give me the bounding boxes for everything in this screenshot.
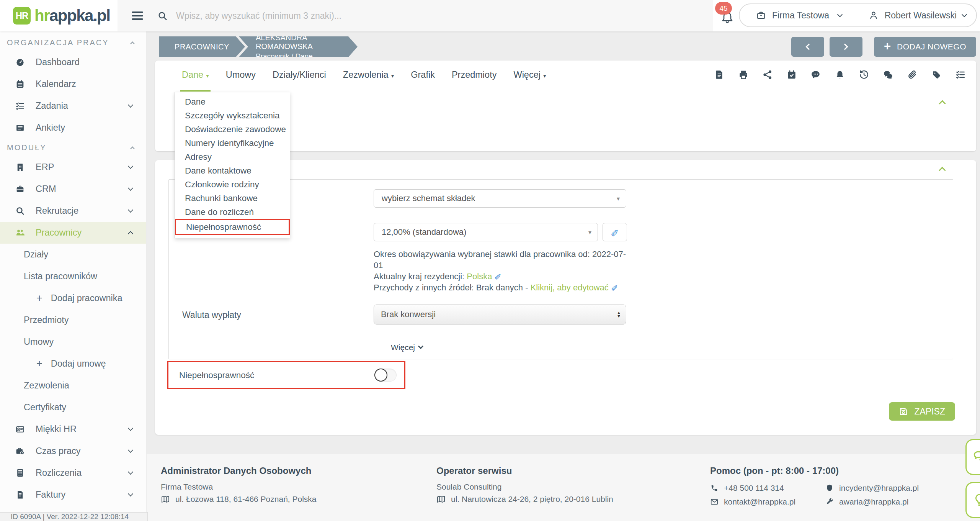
sidebar-item-faktury[interactable]: Faktury — [0, 484, 146, 506]
checklist-icon[interactable] — [956, 70, 965, 80]
company-switcher[interactable]: Firma Testowa — [740, 4, 852, 26]
tab-przedmioty[interactable]: Przedmioty — [452, 70, 497, 80]
users-icon — [15, 228, 25, 238]
sidebar-section-moduly[interactable]: MODUŁY — [0, 139, 146, 156]
sidebar-item-ankiety[interactable]: Ankiety — [0, 117, 146, 139]
breadcrumb: PRACOWNICY ALEKSANDRA ROMANOWSKA Pracown… — [159, 36, 976, 57]
sidebar-item-dzialy[interactable]: Działy — [0, 244, 146, 265]
schemat-skladek-select[interactable]: wybierz schemat składek▾ — [374, 189, 626, 208]
sidebar-item-rekrutacje[interactable]: Rekrutacje — [0, 200, 146, 222]
menu-item-dane[interactable]: Dane — [175, 95, 290, 109]
pencil-icon[interactable]: ✎ — [495, 271, 501, 282]
sidebar-item-dodaj-umowe[interactable]: +Dodaj umowę — [0, 353, 146, 375]
sidebar-item-crm[interactable]: CRM — [0, 178, 146, 200]
next-employee-button[interactable] — [830, 37, 862, 57]
print-icon[interactable] — [738, 70, 748, 80]
plus-icon: + — [36, 292, 42, 304]
attachment-icon[interactable] — [907, 70, 917, 80]
caret-down-icon: ▾ — [543, 72, 546, 79]
envelope-icon — [710, 498, 719, 506]
briefcase-icon — [15, 184, 25, 194]
calendar-check-icon[interactable] — [787, 70, 797, 80]
sidebar-item-dashboard[interactable]: Dashboard — [0, 51, 146, 73]
calendar-icon — [15, 79, 25, 89]
chevron-up-icon — [130, 41, 134, 46]
sidebar-item-czas-pracy[interactable]: Czas pracy — [0, 440, 146, 462]
tab-dane[interactable]: Dane▾ — [182, 70, 209, 80]
search-input[interactable] — [176, 11, 559, 21]
calculator-icon — [15, 468, 25, 478]
edit-stawka-button[interactable]: ✎ — [603, 223, 627, 241]
prev-employee-button[interactable] — [791, 37, 824, 57]
save-button[interactable]: ZAPISZ — [889, 402, 955, 421]
sidebar-section-organizacja-pracy[interactable]: ORGANIZACJA PRACY — [0, 34, 146, 51]
history-icon[interactable] — [859, 70, 869, 80]
wrench-icon — [825, 498, 834, 506]
footer-admin-column: Administrator Danych Osobowych Firma Tes… — [161, 465, 317, 504]
footer-help-column: Pomoc (pon - pt: 8:00 - 17:00) +48 500 1… — [710, 465, 919, 508]
chevron-right-icon — [841, 44, 848, 50]
menu-item-dane-do-rozliczen[interactable]: Dane do rozliczeń — [175, 205, 290, 219]
footer-email-incidents[interactable]: incydenty@hrappka.pl — [825, 482, 919, 494]
breadcrumb-pracownicy[interactable]: PRACOWNICY — [159, 36, 245, 57]
record-actions — [714, 70, 965, 80]
tab-dzialy-klienci[interactable]: Działy/Klienci — [273, 70, 326, 80]
footer-email-failure[interactable]: awaria@hrappka.pl — [825, 496, 919, 508]
sidebar-item-erp[interactable]: ERP — [0, 156, 146, 178]
tag-icon[interactable] — [931, 70, 941, 80]
sidebar-item-zezwolenia[interactable]: Zezwolenia — [0, 375, 146, 396]
invoice-icon — [15, 490, 25, 500]
kraj-value-link[interactable]: Polska — [467, 272, 492, 281]
help-tips-button[interactable] — [965, 482, 980, 518]
sidebar-item-umowy[interactable]: Umowy — [0, 331, 146, 353]
collapse-section-icon[interactable] — [939, 100, 946, 107]
sidebar-item-przedmioty[interactable]: Przedmioty — [0, 309, 146, 331]
chevron-down-icon — [128, 491, 133, 496]
sidebar-item-zadania[interactable]: Zadania — [0, 95, 146, 117]
footer-phone[interactable]: +48 500 114 314 — [710, 482, 795, 494]
footer-email-contact[interactable]: kontakt@hrappka.pl — [710, 496, 795, 508]
menu-item-numery-identyfikacyjne[interactable]: Numery identyfikacyjne — [175, 136, 290, 150]
bell-icon[interactable] — [835, 70, 845, 80]
chevron-up-icon — [130, 146, 134, 151]
breadcrumb-employee[interactable]: ALEKSANDRA ROMANOWSKA Pracownik / Dane — [239, 36, 358, 57]
menu-item-doswiadczenie-zawodowe[interactable]: Doświadczenie zawodowe — [175, 123, 290, 136]
tab-wiecej[interactable]: Więcej▾ — [513, 70, 546, 80]
collapse-section-icon[interactable] — [939, 167, 946, 174]
sidebar-item-miekki-hr[interactable]: Miękki HR — [0, 418, 146, 440]
app-logo[interactable]: HR hrappka.pl — [13, 0, 110, 31]
menu-item-adresy[interactable]: Adresy — [175, 150, 290, 164]
przychody-edit-link[interactable]: Kliknij, aby edytować — [531, 283, 609, 292]
menu-item-niepelnosprawnosc[interactable]: Niepełnosprawność — [175, 219, 290, 235]
sidebar-item-dodaj-pracownika[interactable]: +Dodaj pracownika — [0, 287, 146, 309]
sidebar-item-lista-pracownikow[interactable]: Lista pracowników — [0, 265, 146, 287]
sidebar-item-kalendarz[interactable]: Kalendarz — [0, 73, 146, 95]
tab-umowy[interactable]: Umowy — [226, 70, 256, 80]
sidebar-item-pracownicy[interactable]: Pracownicy — [0, 222, 146, 244]
add-new-button[interactable]: +DODAJ NOWEGO — [874, 37, 976, 57]
chat-widget-button[interactable] — [965, 439, 980, 475]
sidebar-item-certyfikaty[interactable]: Certyfikaty — [0, 396, 146, 418]
stawka-select[interactable]: 12,00% (standardowa)▾ — [374, 223, 598, 241]
share-icon[interactable] — [763, 70, 773, 80]
user-menu[interactable]: Robert Wasilewski — [852, 4, 976, 26]
chevron-up-icon — [128, 231, 133, 236]
pencil-icon[interactable]: ✎ — [611, 282, 618, 293]
notifications[interactable]: 45 — [718, 0, 741, 31]
waluta-wyplaty-select[interactable]: Brak konwersji ▲▼ — [374, 305, 626, 324]
menu-item-szczegoly-wyksztalcenia[interactable]: Szczegóły wykształcenia — [175, 109, 290, 123]
comments-icon[interactable] — [883, 70, 893, 80]
footer-operator-column: Operator serwisu Soulab Consulting ul. N… — [436, 465, 613, 504]
menu-item-dane-kontaktowe[interactable]: Dane kontaktowe — [175, 164, 290, 178]
niepelnosprawnosc-toggle[interactable] — [374, 369, 397, 382]
tab-zezwolenia[interactable]: Zezwolenia▾ — [343, 70, 394, 80]
tab-grafik[interactable]: Grafik — [411, 70, 435, 80]
sidebar-item-rozliczenia[interactable]: Rozliczenia — [0, 462, 146, 484]
version-info: ID 6090A | Ver. 2022-12-22 12:08:14 — [0, 512, 148, 521]
menu-toggle-icon[interactable] — [132, 11, 143, 20]
chat-icon[interactable] — [811, 70, 821, 80]
menu-item-czlonkowie-rodziny[interactable]: Członkowie rodziny — [175, 178, 290, 192]
menu-item-rachunki-bankowe[interactable]: Rachunki bankowe — [175, 192, 290, 205]
wiecej-expander[interactable]: Więcej — [391, 343, 423, 352]
document-icon[interactable] — [714, 70, 724, 80]
